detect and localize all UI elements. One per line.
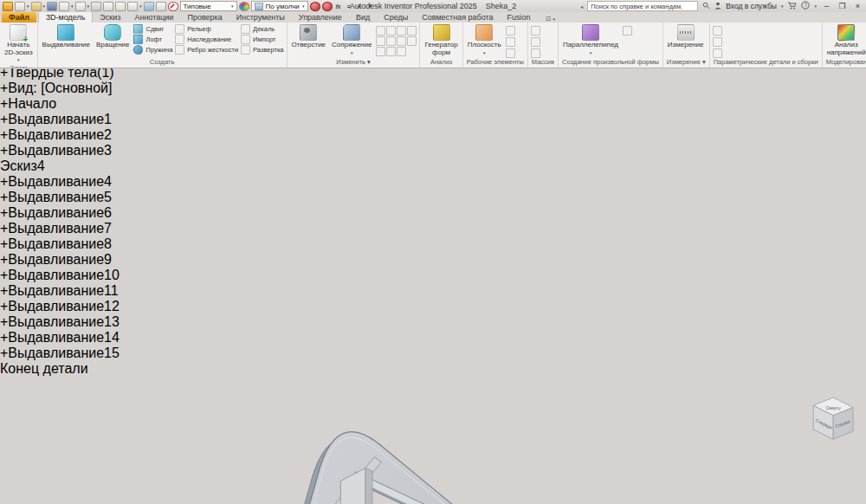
ribbon-group-label[interactable]: Создать: [38, 58, 287, 68]
freeform-extra-icon[interactable]: [623, 26, 632, 36]
ribbon-button-coil[interactable]: Пружина: [133, 45, 172, 55]
tree-item-extrusion-1[interactable]: +Выдавливание1: [0, 112, 866, 127]
tree-item-sketch-4[interactable]: Эскиз4: [0, 158, 866, 174]
ribbon-group-label[interactable]: Анализ: [420, 58, 462, 68]
expander-icon[interactable]: +: [0, 346, 8, 360]
tab-manage[interactable]: Управление: [292, 12, 349, 23]
adjust-a-button[interactable]: [310, 2, 320, 11]
parametric-tools-icon[interactable]: [713, 48, 722, 58]
modify-tools-grid-icon[interactable]: [376, 36, 385, 46]
dropdown-caret-icon[interactable]: ▾: [231, 4, 234, 9]
ribbon-button-sweep[interactable]: Сдвиг: [133, 24, 172, 34]
ribbon-group-label[interactable]: Изменить ▾: [288, 58, 420, 68]
expander-icon[interactable]: +: [0, 283, 8, 298]
tree-item-extrusion-10[interactable]: +Выдавливание10: [0, 268, 866, 283]
tree-item-extrusion-3[interactable]: +Выдавливание3: [0, 143, 866, 158]
open-file-caret-icon[interactable]: ▾: [43, 4, 46, 9]
tab-inspect[interactable]: Проверка: [180, 12, 229, 23]
sign-in-button[interactable]: Вход в службы: [726, 2, 777, 10]
ribbon-button-rib[interactable]: Ребро жесткости: [175, 45, 238, 55]
tree-item-extrusion-2[interactable]: +Выдавливание2: [0, 127, 866, 143]
modify-tools-grid-icon[interactable]: [407, 26, 417, 36]
fx-parameters-button[interactable]: fx: [334, 3, 343, 10]
add-tool-button[interactable]: +: [355, 3, 364, 10]
pattern-tools-icon[interactable]: [531, 26, 540, 36]
ribbon-button-import[interactable]: Импорт: [241, 35, 283, 44]
tab-tools[interactable]: Инструменты: [229, 12, 292, 23]
tree-item-extrusion-7[interactable]: +Выдавливание7: [0, 221, 866, 236]
tab-view[interactable]: Вид: [349, 12, 377, 23]
sign-in-caret-icon[interactable]: ▾: [781, 4, 784, 9]
expander-icon[interactable]: +: [0, 190, 8, 204]
tree-item-extrusion-4[interactable]: +Выдавливание4: [0, 174, 866, 190]
ribbon-button-unwrap[interactable]: Развертка: [241, 45, 283, 55]
tree-item-view-rep[interactable]: +Вид: [Основной]: [0, 81, 866, 96]
view-cube[interactable]: Сверху Спереди Справа: [813, 397, 853, 439]
iproperties-button[interactable]: [115, 2, 126, 11]
parametric-tools-icon[interactable]: [713, 37, 722, 47]
tab-fusion[interactable]: Fusion: [501, 12, 538, 23]
modify-tools-grid-icon[interactable]: [397, 36, 406, 46]
ribbon-button-shape-generator[interactable]: Генераторформ: [423, 24, 459, 56]
undo-button[interactable]: [59, 2, 69, 11]
adjust-b-button[interactable]: [322, 2, 333, 11]
ribbon-button-derive[interactable]: Наследование: [175, 35, 238, 44]
ribbon-button-start-2d-sketch[interactable]: Начать2D-эскиз▾: [3, 24, 35, 64]
modify-tools-grid-icon[interactable]: [376, 47, 385, 56]
modify-tools-grid-icon[interactable]: [376, 26, 385, 36]
tree-item-extrusion-8[interactable]: +Выдавливание8: [0, 236, 866, 252]
ribbon-button-emboss[interactable]: Рельеф: [175, 24, 238, 34]
home-button[interactable]: [91, 2, 101, 11]
expander-icon[interactable]: +: [0, 112, 8, 126]
freeform-box-caret-icon[interactable]: ▾: [590, 49, 592, 57]
dropdown-caret-icon[interactable]: ▾: [302, 4, 305, 9]
expander-icon[interactable]: +: [0, 314, 8, 329]
measure-tool-button[interactable]: =: [345, 3, 353, 10]
close-button[interactable]: ×: [852, 2, 863, 11]
work-feature-extra-icon[interactable]: [506, 26, 515, 36]
new-file-caret-icon[interactable]: ▾: [27, 4, 29, 9]
tab-annotate[interactable]: Аннотации: [127, 12, 180, 23]
minimize-button[interactable]: –: [821, 2, 832, 11]
ribbon-button-plane[interactable]: Плоскость▾: [466, 24, 503, 56]
expander-icon[interactable]: +: [0, 174, 8, 189]
ribbon-button-freeform-box[interactable]: Параллелепипед▾: [561, 24, 620, 56]
refresh-button[interactable]: [127, 2, 138, 11]
tree-item-extrusion-6[interactable]: +Выдавливание6: [0, 205, 866, 221]
share-button[interactable]: [156, 2, 166, 11]
expander-icon[interactable]: +: [0, 81, 8, 95]
tree-item-extrusion-12[interactable]: +Выдавливание12: [0, 299, 866, 314]
ribbon-button-loft[interactable]: Лофт: [133, 35, 172, 44]
expander-icon[interactable]: +: [0, 127, 8, 142]
ribbon-group-label[interactable]: Моделирование: [823, 58, 866, 68]
modify-tools-grid-icon[interactable]: [407, 36, 417, 46]
expander-icon[interactable]: +: [0, 205, 8, 220]
ribbon-group-label[interactable]: Измерение ▾: [663, 58, 709, 68]
parametric-tools-icon[interactable]: [713, 26, 722, 36]
expander-icon[interactable]: +: [0, 96, 8, 111]
expander-icon[interactable]: +: [0, 299, 8, 313]
tree-item-end-of-part[interactable]: Конец детали: [0, 361, 866, 377]
redo-button[interactable]: [75, 2, 86, 11]
tree-item-extrusion-13[interactable]: +Выдавливание13: [0, 314, 866, 330]
ribbon-group-label[interactable]: Создание произвольной формы: [559, 58, 662, 68]
print-button[interactable]: [103, 2, 113, 11]
ribbon-group-label[interactable]: Эскиз: [0, 64, 37, 69]
tab-file[interactable]: Файл: [2, 12, 36, 23]
color-wheel-button[interactable]: [239, 2, 249, 11]
ribbon-button-hole[interactable]: Отверстие: [290, 24, 328, 49]
expander-icon[interactable]: +: [0, 330, 8, 345]
work-feature-extra-icon[interactable]: [506, 37, 515, 47]
expander-icon[interactable]: +: [0, 221, 8, 236]
start-2d-sketch-caret-icon[interactable]: ▾: [17, 56, 20, 64]
expander-icon[interactable]: +: [0, 252, 8, 267]
ribbon-button-revolve[interactable]: Вращение: [94, 24, 132, 49]
modify-tools-grid-icon[interactable]: [397, 26, 406, 36]
modify-tools-grid-icon[interactable]: [386, 26, 396, 36]
tree-item-extrusion-15[interactable]: +Выдавливание15: [0, 346, 866, 361]
help-caret-icon[interactable]: ▾: [814, 4, 817, 9]
appearance-image-button[interactable]: [144, 2, 154, 11]
modify-tools-grid-icon[interactable]: [397, 47, 406, 56]
open-file-button[interactable]: [31, 2, 42, 11]
search-icon[interactable]: [702, 2, 710, 11]
